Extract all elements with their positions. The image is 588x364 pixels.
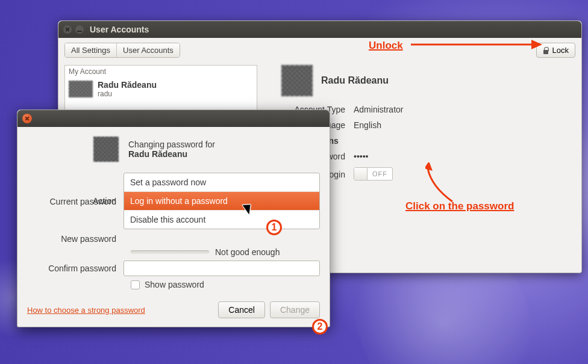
show-password-checkbox[interactable] xyxy=(131,280,140,289)
avatar-icon xyxy=(93,137,119,162)
lock-button-label: Lock xyxy=(552,46,569,55)
account-fullname[interactable]: Radu Rădeanu xyxy=(321,75,389,86)
strong-password-help-link[interactable]: How to choose a strong password xyxy=(27,306,145,315)
breadcrumb-user-accounts[interactable]: User Accounts xyxy=(117,43,180,57)
password-strength-meter xyxy=(131,250,209,254)
confirm-password-input[interactable] xyxy=(124,261,320,276)
avatar-icon xyxy=(69,81,93,97)
window-close-icon[interactable] xyxy=(63,25,72,34)
auto-login-toggle[interactable]: OFF xyxy=(354,167,393,180)
lock-icon xyxy=(543,47,549,54)
action-option-no-password[interactable]: Log in without a password xyxy=(124,192,319,211)
window-title: User Accounts xyxy=(90,25,149,34)
confirm-password-label: Confirm password xyxy=(27,264,124,273)
current-password-label: Current password xyxy=(27,197,124,206)
annotation-badge-1: 1 xyxy=(266,220,282,235)
annotation-badge-2: 2 xyxy=(312,319,328,335)
account-item-fullname: Radu Rădeanu xyxy=(98,80,157,90)
show-password-label: Show password xyxy=(145,280,204,289)
dialog-titlebar xyxy=(17,110,330,127)
dialog-close-icon[interactable] xyxy=(22,114,32,123)
language-value[interactable]: English xyxy=(354,120,381,130)
breadcrumb: All Settings User Accounts xyxy=(64,43,180,58)
changing-password-user: Radu Rădeanu xyxy=(128,149,215,159)
auto-login-state: OFF xyxy=(367,170,392,177)
changing-password-label: Changing password for xyxy=(128,140,215,149)
avatar-icon[interactable] xyxy=(281,65,313,96)
action-option-set-now[interactable]: Set a password now xyxy=(124,173,319,192)
action-dropdown[interactable]: Set a password now Log in without a pass… xyxy=(124,173,320,229)
account-list-item[interactable]: Radu Rădeanu radu xyxy=(65,78,257,100)
password-value[interactable]: ••••• xyxy=(354,152,369,161)
account-group-label: My Account xyxy=(65,66,257,78)
account-type-value[interactable]: Administrator xyxy=(354,105,403,114)
new-password-label: New password xyxy=(27,234,124,244)
titlebar: User Accounts xyxy=(58,21,581,38)
change-button[interactable]: Change xyxy=(270,301,320,318)
action-option-disable[interactable]: Disable this account xyxy=(124,211,319,229)
cancel-button[interactable]: Cancel xyxy=(218,301,265,318)
lock-button[interactable]: Lock xyxy=(536,43,575,58)
password-strength-text: Not good enough xyxy=(215,247,280,257)
breadcrumb-all-settings[interactable]: All Settings xyxy=(65,43,117,57)
change-password-dialog: Changing password for Radu Rădeanu Actio… xyxy=(17,110,330,327)
window-minimize-icon[interactable] xyxy=(75,25,84,34)
account-item-username: radu xyxy=(98,90,157,98)
